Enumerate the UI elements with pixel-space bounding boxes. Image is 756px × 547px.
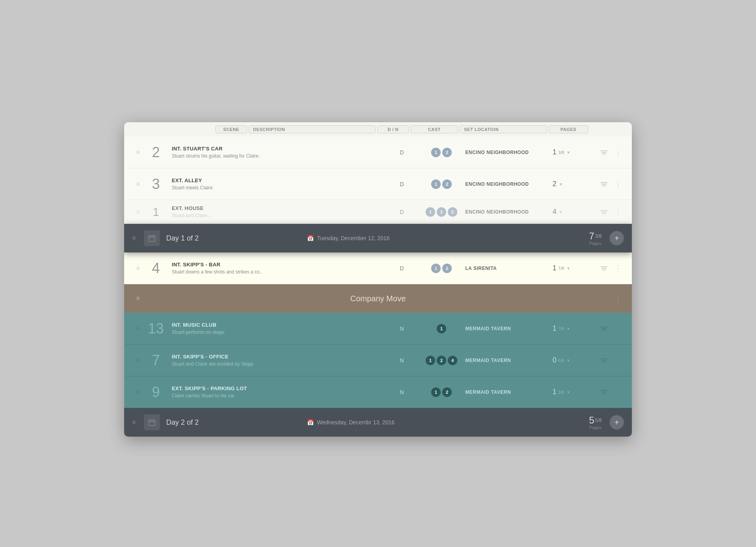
main-container: SCENE DESCRIPTION D / N CAST SET LOCATIO… [124, 122, 632, 437]
col-header-description: DESCRIPTION [249, 125, 376, 133]
pages: 2 ▾ [553, 180, 596, 188]
cast-badge: 1 [431, 387, 441, 397]
layers-icon [596, 210, 612, 214]
col-header-set-location: SET LOCATION [460, 125, 547, 133]
scene-number: 13 [144, 320, 168, 337]
day1-header[interactable]: ≡ Day 1 of 2 📅 Tuesday, December 12, 201… [124, 224, 632, 252]
scene-info: EXT. HOUSE Stuart and Claire... [168, 205, 386, 218]
scene-row: ≡ 2 INT. STUART'S CAR Stuart strums his … [124, 137, 632, 168]
more-options-icon[interactable]: ⋮ [612, 356, 624, 365]
svg-rect-0 [149, 236, 155, 241]
scene-title: INT. MUSIC CLUB [172, 322, 382, 328]
scene-description: Stuart performs on stage. [172, 329, 382, 335]
scene-description: Stuart downs a few shots and strikes a c… [172, 269, 382, 275]
more-options-icon[interactable]: ⋮ [612, 208, 624, 216]
scene-title: EXT. SKIPP'S - PARKING LOT [172, 385, 382, 391]
pages-fraction: 3/8 [558, 390, 564, 395]
scene-info: INT. SKIPP'S - BAR Stuart downs a few sh… [168, 262, 386, 275]
cast-badges: 1 [418, 324, 465, 333]
scene-description: Stuart meets Claire. [172, 185, 382, 191]
more-options-icon[interactable]: ⋮ [612, 148, 624, 157]
more-options-icon[interactable]: ⋮ [612, 180, 624, 189]
pages: 0 4/8 ▾ [553, 356, 596, 364]
cast-badge: 2 [437, 207, 446, 217]
day1-add-button[interactable]: + [610, 231, 624, 245]
drag-handle[interactable]: ≡ [132, 357, 144, 364]
layers-icon [596, 150, 612, 154]
cast-badge: 5 [448, 207, 457, 217]
day-drag-handle[interactable]: ≡ [132, 235, 144, 242]
layers-icon [596, 327, 612, 331]
scene-row: ≡ 3 EXT. ALLEY Stuart meets Claire. D 1 … [124, 168, 632, 200]
pages-fraction: 7/8 [558, 326, 564, 331]
night-scene-row: ≡ 13 INT. MUSIC CLUB Stuart performs on … [124, 313, 632, 345]
company-move-label: Company Move [144, 294, 612, 303]
scene-info: EXT. SKIPP'S - PARKING LOT Claire carrie… [168, 385, 386, 399]
day2-date: Wednesday, Decembr 13, 2016 [317, 419, 395, 426]
drag-handle[interactable]: ≡ [132, 181, 144, 188]
more-options-icon[interactable]: ⋮ [612, 388, 624, 397]
day2-pages-num: 5 [589, 415, 594, 426]
drag-handle[interactable]: ≡ [132, 295, 144, 302]
pages-main: 4 [553, 208, 556, 216]
scene-info: INT. MUSIC CLUB Stuart performs on stage… [168, 322, 386, 335]
day2-header[interactable]: ≡ Day 2 of 2 📅 Wednesday, Decembr 13, 20… [124, 408, 632, 437]
drag-handle[interactable]: ≡ [132, 149, 144, 156]
location: MERMAID TAVERN [465, 389, 553, 395]
location: MERMAID TAVERN [465, 358, 553, 363]
cast-badge: 2 [442, 264, 452, 273]
scene-description: Claire carries Stuart to his car. [172, 393, 382, 399]
drag-handle[interactable]: ≡ [132, 389, 144, 396]
day1-date-section: 📅 Tuesday, December 12, 2016 [307, 235, 589, 241]
scene-description: Stuart strums his guitar, waiting for Cl… [172, 153, 382, 159]
dm-value: D [386, 149, 418, 156]
day1-date: Tuesday, December 12, 2016 [317, 235, 390, 241]
layers-icon [596, 390, 612, 394]
location: LA SIRENITA [465, 266, 553, 271]
pages: 4 ▾ [553, 208, 596, 216]
drag-handle[interactable]: ≡ [132, 265, 144, 272]
day-calendar-icon [144, 414, 160, 430]
cast-badge: 1 [431, 179, 441, 189]
scene-row: ≡ 1 EXT. HOUSE Stuart and Claire... D 1 … [124, 200, 632, 224]
scene-row: ≡ 4 INT. SKIPP'S - BAR Stuart downs a fe… [124, 252, 632, 284]
chevron-down-icon: ▾ [567, 326, 570, 331]
scene-number: 3 [144, 176, 168, 193]
cast-badge: 1 [431, 264, 441, 273]
pages: 1 7/8 ▾ [553, 264, 596, 272]
drag-handle[interactable]: ≡ [132, 208, 144, 216]
drag-handle[interactable]: ≡ [132, 325, 144, 332]
pages-main: 1 [553, 388, 556, 396]
pages-main: 0 [553, 356, 556, 364]
scene-number: 4 [144, 260, 168, 277]
chevron-down-icon: ▾ [560, 209, 562, 215]
day2-pages-label: Pages [589, 425, 601, 430]
scene-info: INT. SKIPP'S - OFFICE Stuart and Claire … [168, 354, 386, 367]
scene-info: EXT. ALLEY Stuart meets Claire. [168, 177, 386, 191]
cast-badge: 1 [437, 324, 446, 333]
day2-date-section: 📅 Wednesday, Decembr 13, 2016 [307, 419, 589, 426]
scene-number: 9 [144, 384, 168, 401]
dm-value: N [386, 357, 418, 364]
day2-add-button[interactable]: + [610, 415, 624, 430]
layers-icon [596, 266, 612, 270]
day1-pages-section: 7 3/8 Pages [589, 231, 602, 246]
col-header-cast: CAST [411, 125, 458, 133]
day-drag-handle[interactable]: ≡ [132, 419, 144, 426]
pages-main: 2 [553, 180, 556, 188]
day2-pages-frac: 5/8 [595, 418, 602, 423]
chevron-down-icon: ▾ [567, 389, 570, 395]
cast-badge: 2 [442, 148, 452, 157]
pages-fraction: 7/8 [558, 266, 564, 271]
cast-badges: 1 2 [418, 387, 465, 397]
more-options-icon[interactable]: ⋮ [612, 294, 624, 303]
pages: 1 3/8 ▾ [553, 388, 596, 396]
scene-info: INT. STUART'S CAR Stuart strums his guit… [168, 146, 386, 159]
cast-badges: 1 2 4 [418, 356, 465, 365]
day2-label: Day 2 of 2 [166, 418, 307, 427]
more-options-icon[interactable]: ⋮ [612, 264, 624, 273]
scene-number: 2 [144, 144, 168, 161]
cast-badge: 2 [442, 179, 452, 189]
more-options-icon[interactable]: ⋮ [612, 324, 624, 333]
scene-number: 7 [144, 352, 168, 369]
